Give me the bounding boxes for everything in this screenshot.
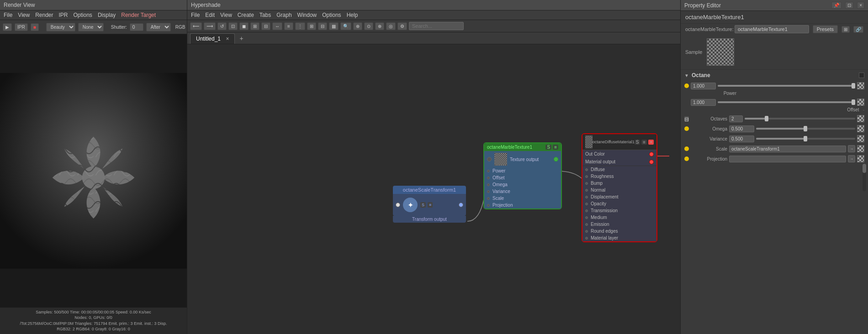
menu-view[interactable]: View — [18, 12, 30, 18]
diffuse-material-output-port[interactable] — [649, 160, 654, 164]
hs-menu-tabs[interactable]: Tabs — [259, 12, 271, 18]
hs-tab-untitled1[interactable]: Untitled_1 × — [190, 33, 235, 44]
hs-menu-edit[interactable]: Edit — [205, 12, 215, 18]
marble-icon-s[interactable]: S — [545, 145, 551, 150]
pe-title-pin[interactable]: 📌 — [831, 2, 842, 9]
pe-power-checker[interactable] — [857, 82, 864, 89]
hs-btn-zoom[interactable]: ⊕ — [375, 22, 384, 30]
pe-projection-link[interactable]: → — [848, 155, 855, 162]
menu-display[interactable]: Display — [98, 12, 116, 18]
pe-title-expand[interactable]: ⊡ — [845, 2, 853, 9]
hs-btn-layout4[interactable]: ⊟ — [318, 22, 327, 30]
dp-round-edges[interactable] — [585, 230, 588, 233]
pe-omega-value[interactable] — [729, 125, 754, 132]
dp-normal[interactable] — [585, 189, 588, 192]
hs-btn-settings[interactable]: ⚙ — [397, 22, 407, 30]
pe-copy-btn[interactable]: ⊞ — [842, 26, 850, 33]
hs-btn-zoom2[interactable]: ◎ — [386, 22, 396, 30]
dp-diffuse[interactable] — [585, 168, 588, 171]
pe-power-slider[interactable] — [718, 85, 855, 87]
pe-link-btn[interactable]: 🔗 — [853, 26, 863, 33]
hs-btn-cam[interactable]: ⊙ — [364, 22, 373, 30]
hs-btn-layout1[interactable]: ≡ — [284, 22, 293, 30]
pe-omega-handle[interactable] — [804, 126, 807, 131]
none-select[interactable]: None — [78, 23, 104, 31]
diffuse-node-outer[interactable]: octaneDiffuseMaterial1 S ≡ × Out Color — [582, 133, 657, 242]
pe-variance-slider[interactable] — [756, 138, 855, 140]
menu-file[interactable]: File — [4, 12, 12, 18]
hs-btn-7[interactable]: ↔ — [272, 22, 282, 30]
hs-tab-add[interactable]: + — [236, 33, 247, 44]
hs-menu-create[interactable]: Create — [238, 12, 254, 18]
pe-variance-handle[interactable] — [804, 136, 807, 141]
marble-icon-list[interactable]: ≡ — [553, 145, 558, 150]
pe-variance-value[interactable] — [729, 136, 754, 142]
marble-port-scale-dot[interactable] — [487, 197, 490, 200]
hs-menu-help[interactable]: Help — [347, 12, 358, 18]
hs-btn-layout7[interactable]: ⊕ — [353, 22, 362, 30]
pe-section-scroll-up[interactable] — [859, 73, 864, 78]
marble-node-outer[interactable]: octaneMarbleTexture1 S ≡ Texture output — [483, 142, 562, 209]
hs-btn-6[interactable]: ⊟ — [261, 22, 270, 30]
dp-medium[interactable] — [585, 216, 588, 219]
pe-octaves-slider[interactable] — [745, 118, 855, 120]
hs-graph[interactable]: octaneScaleTransform1 ✦ S ≡ Transform ou… — [187, 44, 680, 334]
hs-btn-frame[interactable]: ⊡ — [228, 22, 238, 30]
pe-presets-btn[interactable]: Presets — [813, 25, 838, 33]
pe-power-handle[interactable] — [852, 83, 855, 89]
hs-menu-view[interactable]: View — [220, 12, 232, 18]
marble-port-omega-dot[interactable] — [487, 183, 490, 186]
hs-btn-4[interactable]: ◼ — [239, 22, 249, 30]
dp-opacity[interactable] — [585, 203, 588, 205]
transform-icon-list[interactable]: ≡ — [428, 202, 433, 208]
render-btn[interactable]: ▶ — [3, 23, 12, 31]
pe-title-close[interactable]: × — [857, 2, 864, 9]
pe-offset-value[interactable] — [691, 99, 716, 106]
pe-scroll[interactable]: ▼ Octane — [681, 69, 868, 334]
pe-omega-slider[interactable] — [756, 128, 855, 130]
menu-render[interactable]: Render — [35, 12, 53, 18]
pe-offset-slider[interactable] — [718, 101, 855, 103]
dp-roughness[interactable] — [585, 175, 588, 178]
pe-octaves-handle[interactable] — [765, 116, 768, 121]
pe-scrollbar-thumb[interactable] — [863, 164, 866, 173]
hs-btn-layout5[interactable]: ▦ — [329, 22, 339, 30]
pe-projection-dot[interactable] — [684, 157, 689, 161]
hs-tab-close[interactable]: × — [226, 36, 229, 42]
hs-menu-options[interactable]: Options — [322, 12, 341, 18]
marble-port-projection-dot[interactable] — [487, 204, 490, 207]
diffuse-icon-list[interactable]: ≡ — [641, 140, 647, 145]
shutter-input[interactable] — [130, 23, 143, 31]
pe-scale-value[interactable] — [729, 146, 846, 152]
pe-section-octane-header[interactable]: ▼ Octane — [681, 70, 868, 81]
dp-bump[interactable] — [585, 182, 588, 185]
marble-port-offset-dot[interactable] — [487, 177, 490, 179]
hs-btn-1[interactable]: ⟵ — [190, 22, 202, 30]
pe-scale-link[interactable]: → — [848, 145, 855, 152]
marble-port-left[interactable] — [487, 157, 492, 162]
diffuse-icon-close[interactable]: × — [648, 140, 654, 145]
hs-menu-window[interactable]: Window — [297, 12, 317, 18]
pe-power-value[interactable] — [691, 83, 716, 89]
hs-btn-layout3[interactable]: ⊞ — [307, 22, 316, 30]
menu-ipr[interactable]: IPR — [59, 12, 68, 18]
hs-search-input[interactable] — [409, 22, 464, 30]
pe-octaves-checker[interactable] — [857, 115, 864, 122]
hs-btn-2[interactable]: ⟶ — [204, 22, 216, 30]
pe-offset-checker[interactable] — [857, 99, 864, 106]
menu-render-target[interactable]: Render Target — [121, 12, 156, 18]
pe-scale-checker[interactable] — [857, 145, 864, 152]
hs-btn-3[interactable]: ↺ — [217, 22, 227, 30]
dp-displacement[interactable] — [585, 196, 588, 198]
diffuse-icon-s[interactable]: S — [635, 140, 640, 145]
pe-omega-checker[interactable] — [857, 125, 864, 132]
dp-transmission[interactable] — [585, 209, 588, 212]
transform-icon-s[interactable]: S — [420, 202, 426, 208]
hs-btn-layout2[interactable]: ⋮ — [295, 22, 305, 30]
transform-node[interactable]: octaneScaleTransform1 ✦ S ≡ Transform ou… — [393, 186, 466, 223]
dp-material-layer[interactable] — [585, 237, 588, 240]
pe-projection-checker[interactable] — [857, 155, 864, 162]
pe-octaves-value[interactable] — [729, 115, 743, 122]
pe-projection-value[interactable] — [729, 156, 846, 162]
pe-variance-checker[interactable] — [857, 135, 864, 142]
